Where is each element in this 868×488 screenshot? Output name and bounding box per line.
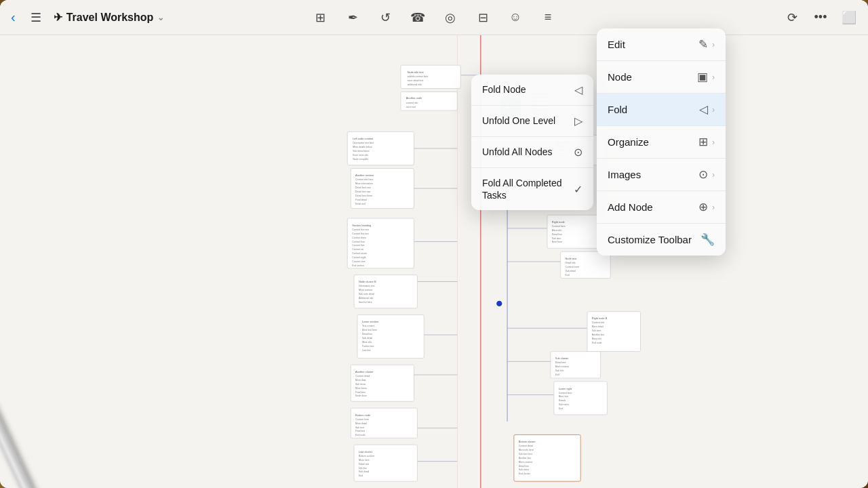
sidebar-toggle-button[interactable]: ☰ (25, 7, 47, 28)
svg-text:Sub item: Sub item (592, 329, 601, 332)
grid-icon[interactable]: ⊞ (309, 7, 331, 28)
images-menu-item[interactable]: Images ⊙ › (597, 159, 726, 191)
svg-text:End node: End node (355, 434, 366, 436)
fold-submenu: Fold Node ◁ Unfold One Level ▷ Unfold Al… (471, 75, 593, 210)
fold-icon: ◁ (699, 102, 708, 117)
organize-icon: ⊞ (698, 135, 708, 149)
svg-text:Even more info: Even more info (353, 154, 368, 157)
svg-text:Item list here: Item list here (359, 301, 372, 304)
fold-completed-icon: ✓ (574, 183, 583, 196)
customize-toolbar-menu-item[interactable]: Customize Toolbar 🔧 (597, 224, 726, 256)
sync-icon[interactable]: ⟳ (781, 7, 803, 28)
title-chevron-icon[interactable]: ⌄ (157, 13, 164, 22)
svg-text:Left node content: Left node content (353, 137, 374, 140)
svg-text:End: End (359, 474, 363, 477)
svg-text:Content four: Content four (352, 241, 366, 243)
undo-icon[interactable]: ↺ (374, 7, 396, 28)
svg-text:More detail: More detail (592, 325, 604, 328)
emoji-icon[interactable]: ☺ (505, 7, 526, 28)
svg-text:Detail line: Detail line (362, 333, 372, 336)
svg-text:Content five: Content five (352, 244, 364, 247)
svg-text:Content info: Content info (592, 321, 605, 324)
back-button[interactable]: ‹ (8, 7, 18, 28)
svg-text:More details below: More details below (353, 146, 372, 148)
svg-text:More text: More text (559, 395, 568, 398)
customize-toolbar-icon: 🔧 (701, 232, 715, 247)
add-node-menu-item[interactable]: Add Node ⊕ › (597, 191, 726, 224)
svg-text:More info: More info (552, 229, 561, 232)
images-menu-item-left: Images (608, 169, 641, 180)
svg-text:Content three: Content three (352, 237, 366, 239)
images-right: ⊙ › (698, 167, 715, 182)
unfold-one-level-icon: ▷ (574, 115, 583, 127)
svg-text:more text: more text (406, 106, 416, 108)
svg-text:More info: More info (362, 341, 372, 344)
svg-text:More detail: More detail (355, 422, 367, 425)
more-icon[interactable]: ••• (810, 7, 831, 28)
fold-completed-label: Fold All Completed Tasks (482, 177, 574, 201)
edit-arrow-icon: › (712, 40, 715, 49)
main-menu: Edit ✎ › Node ▣ › Fold ◁ › (597, 28, 726, 256)
svg-text:Sub detail: Sub detail (566, 270, 576, 272)
add-node-icon: ⊕ (698, 200, 708, 214)
phone-icon[interactable]: ☎ (407, 7, 429, 28)
unfold-one-level-item[interactable]: Unfold One Level ▷ (471, 106, 593, 137)
svg-text:More info: More info (592, 338, 601, 340)
fold-menu-item[interactable]: Fold ◁ › (597, 94, 726, 126)
svg-text:Sub note detail: Sub note detail (359, 293, 374, 296)
fold-node-item[interactable]: Fold Node ◁ (471, 75, 593, 106)
organize-label: Organize (608, 136, 649, 148)
svg-text:Last line: Last line (362, 349, 371, 352)
svg-text:Content eight: Content eight (352, 256, 366, 259)
svg-text:More items: More items (355, 387, 367, 390)
organize-menu-item[interactable]: Organize ⊞ › (597, 126, 726, 159)
note-icon[interactable]: ≡ (537, 7, 559, 28)
svg-text:Bottom cluster: Bottom cluster (519, 440, 536, 443)
edit-menu-item-left: Edit (608, 39, 625, 50)
svg-text:Note here: Note here (552, 241, 562, 243)
images-label: Images (608, 169, 641, 180)
organize-right: ⊞ › (698, 135, 715, 149)
svg-text:Sub item text: Sub item text (519, 453, 532, 455)
svg-text:Detail text: Detail text (555, 361, 566, 364)
toolbar-right: ⟳ ••• ⬜ (781, 7, 860, 28)
document-title: Travel Workshop (66, 12, 154, 24)
svg-text:Detail line: Detail line (519, 465, 529, 468)
svg-text:Detail item three: Detail item three (355, 195, 372, 197)
svg-text:Content detail: Content detail (355, 375, 370, 378)
images-arrow-icon: › (712, 170, 715, 180)
fold-label: Fold (608, 104, 627, 115)
pen-icon[interactable]: ✒ (342, 7, 363, 28)
svg-text:Sub notes: Sub notes (519, 468, 530, 471)
svg-text:Sub detail: Sub detail (359, 470, 369, 473)
svg-text:Content nine: Content nine (352, 260, 366, 263)
node-menu-item[interactable]: Node ▣ › (597, 61, 726, 94)
layout-icon[interactable]: ⊟ (472, 7, 494, 28)
svg-text:Node text: Node text (566, 257, 578, 260)
add-node-arrow-icon: › (712, 203, 715, 212)
fold-node-icon: ◁ (574, 83, 583, 96)
svg-text:more detail text: more detail text (408, 79, 423, 82)
doc-title-icon: ✈ (54, 11, 62, 24)
unfold-all-nodes-item[interactable]: Unfold All Nodes ⊙ (471, 137, 593, 168)
svg-text:More content: More content (519, 461, 532, 464)
svg-text:subtitle content here: subtitle content here (408, 75, 429, 78)
svg-text:Content six: Content six (352, 248, 363, 251)
customize-toolbar-label: Customize Toolbar (608, 234, 692, 245)
edit-menu-item[interactable]: Edit ✎ › (597, 28, 726, 61)
svg-text:Lower section: Lower section (362, 320, 378, 323)
svg-text:End: End (555, 373, 559, 376)
svg-text:More information: More information (355, 182, 373, 185)
organize-menu-item-left: Organize (608, 136, 649, 148)
svg-text:Another cluster: Another cluster (355, 370, 374, 373)
panel-icon[interactable]: ⬜ (838, 7, 860, 28)
svg-text:Node done: Node done (355, 394, 367, 397)
svg-text:Text content: Text content (362, 325, 374, 327)
images-icon: ⊙ (698, 167, 708, 182)
fold-completed-item[interactable]: Fold All Completed Tasks ✓ (471, 168, 593, 210)
svg-text:Node end: Node end (355, 203, 366, 205)
camera-icon[interactable]: ◎ (439, 7, 461, 28)
svg-text:Node complete: Node complete (353, 158, 368, 161)
svg-text:Node title text: Node title text (408, 70, 425, 74)
svg-text:End: End (566, 274, 570, 277)
